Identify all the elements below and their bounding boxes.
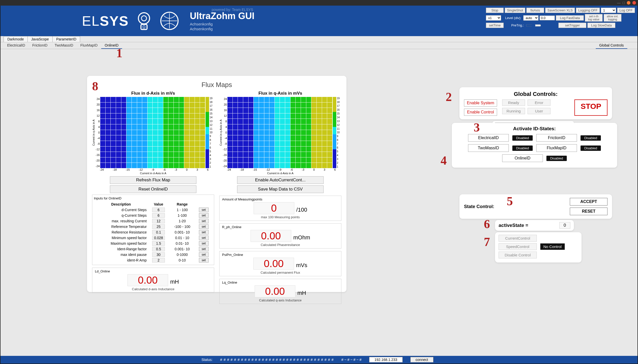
tab-frictionid[interactable]: FrictionID	[29, 42, 51, 49]
flux-d-subtitle: Flux in d-Axis in mVs	[92, 91, 214, 96]
flux-d-colorbar	[206, 97, 209, 168]
flux-q-heatmap	[227, 97, 332, 168]
log-fastdata-button[interactable]: Log FastData	[556, 15, 584, 21]
allow-ext-logging-button[interactable]: allow ext. logging	[604, 14, 621, 22]
flux-q-xaxis: -24-18-15-12-9-6-3036	[219, 168, 341, 171]
status-tilde: # ~ # ~ # ~ #	[341, 358, 361, 362]
set-button[interactable]: set	[199, 236, 209, 240]
control-mode-badge: No Control	[540, 243, 565, 250]
status-user: User	[528, 108, 550, 114]
window-close-icon[interactable]	[632, 1, 636, 5]
log-slowdata-button[interactable]: Log SlowData	[587, 23, 615, 28]
pretrig-label: PreTrig.:	[505, 23, 524, 27]
annotation-3: 3	[474, 120, 480, 134]
flux-q-xlabel: Current in d-Axis in A	[219, 172, 341, 175]
annotation-5: 5	[507, 194, 513, 208]
psi-readout: PsiPm_Online 0.00mVs Calculated permanen…	[219, 251, 341, 276]
tab-electricalid[interactable]: ElectricalID	[4, 42, 29, 49]
annotation-7: 7	[484, 235, 490, 249]
annotation-4: 4	[441, 153, 447, 167]
enable-system-button[interactable]: Enable System	[464, 99, 497, 107]
set-button[interactable]: set	[199, 219, 209, 223]
level-mode-select[interactable]: auto	[523, 15, 539, 21]
stop-button[interactable]: Stop	[486, 8, 504, 13]
annotation-2: 2	[446, 90, 452, 104]
activate-button[interactable]: TwoMassID	[468, 144, 509, 152]
tab-twomassid[interactable]: TwoMassID	[51, 42, 77, 49]
current-control-button[interactable]: CurrentControl	[499, 235, 537, 242]
flux-d-xlabel: Current in d-Axis in A	[92, 172, 214, 175]
set-button[interactable]: set	[199, 241, 209, 246]
tab-javascope[interactable]: JavaScope	[27, 36, 53, 42]
ld-readout: Ld_Online 0.00mH Calculated d-axis Induc…	[92, 268, 214, 293]
powered-by-text: powered by: Team ELSYS	[212, 8, 253, 12]
set-nth-button[interactable]: set n-th log value	[585, 14, 603, 22]
set-button[interactable]: set	[199, 252, 209, 257]
reset-onlineid-button[interactable]: Reset OnlineID	[110, 185, 196, 193]
window-maximize-icon[interactable]: □	[623, 1, 625, 5]
savescreen-button[interactable]: SaveScreen XLS	[545, 8, 575, 13]
scale-select[interactable]: x1	[486, 15, 501, 21]
svg-text:Ω: Ω	[142, 25, 146, 29]
speed-control-button[interactable]: SpeedControl	[499, 243, 537, 250]
set-trigger-button[interactable]: setTrigger	[558, 23, 586, 28]
stop-button-large[interactable]: STOP	[574, 99, 607, 116]
log-num-select[interactable]: 1	[601, 8, 616, 13]
refresh-flux-map-button[interactable]: Refresh Flux Map	[110, 176, 196, 184]
activate-button[interactable]: FrictionID	[536, 134, 577, 142]
window-restore-icon[interactable]	[627, 1, 630, 5]
disable-control-button[interactable]: Disable Control	[499, 252, 537, 258]
annotation-1: 1	[116, 46, 122, 60]
inputs-onlineid-box: Inputs for OnlineID DescriptionValueRang…	[92, 195, 214, 265]
tab-fluxmapid[interactable]: FluxMapID	[77, 42, 101, 49]
primary-tabs: Darkmode JavaScope ParameterID	[1, 36, 637, 42]
tab-parameterid[interactable]: ParameterID	[52, 36, 80, 42]
save-csv-button[interactable]: Save Map Data to CSV	[237, 185, 324, 193]
active-state-label: activeState =	[499, 223, 528, 228]
flux-q-ylabel: Current in q-Axis in A	[219, 97, 222, 168]
enable-control-button[interactable]: Enable Control	[464, 109, 497, 116]
activate-button[interactable]: ElectricalID	[468, 134, 509, 142]
tab-darkmode[interactable]: Darkmode	[4, 36, 28, 42]
logo-text: ELSYS	[82, 13, 129, 29]
set-button[interactable]: set	[199, 230, 209, 235]
toolbar: Stop SingleShot fixAxis SaveScreen XLS L…	[486, 8, 635, 28]
singleshot-button[interactable]: SingleShot	[505, 8, 525, 13]
set-button[interactable]: set	[199, 224, 209, 229]
app-title: UltraZohm GUI	[190, 11, 254, 21]
log-off-button[interactable]: Log OFF	[617, 8, 635, 13]
logo-globe-icon	[159, 11, 180, 31]
rph-readout: R_ph_Online 0.00mOhm Calculated Phaseres…	[219, 223, 341, 249]
settime-button[interactable]: setTime	[486, 23, 504, 28]
window-minimize-icon[interactable]: —	[617, 1, 621, 5]
level-value-input[interactable]	[540, 16, 555, 20]
set-button[interactable]: set	[199, 247, 209, 251]
status-running: Running	[502, 108, 525, 114]
enable-autocurrent-button[interactable]: Enable AutoCurrentCont...	[237, 176, 324, 184]
set-button[interactable]: set	[199, 213, 209, 218]
app-subtitle-1: Achsenkonfig	[190, 22, 254, 26]
set-button[interactable]: set	[199, 258, 209, 263]
set-button[interactable]: set	[199, 208, 209, 212]
reset-button[interactable]: RESET	[570, 208, 607, 215]
state-control-label: State Control:	[464, 204, 570, 209]
activate-button[interactable]: OnlineID	[502, 154, 543, 162]
app-header: ELSYS Ω UltraZohm GUI Achsenkonfig Achse…	[1, 6, 637, 36]
flux-d-yaxis: 24201612840-4-8-12-16-20-24	[95, 97, 100, 168]
meas-readout: Amount of Measuringpoints 0/100 max 100 …	[219, 196, 341, 221]
fixaxis-button[interactable]: fixAxis	[526, 8, 544, 13]
logging-off-button[interactable]: Logging OFF	[576, 8, 600, 13]
flux-d-colorbar-ticks: 19181716151413121110987654321	[210, 97, 214, 168]
tab-global-controls[interactable]: Global Controls	[596, 42, 628, 49]
activate-button[interactable]: FluxMapID	[536, 144, 577, 152]
level-div-label: Level (div):	[502, 16, 521, 20]
status-label: Status:	[201, 358, 213, 362]
flux-q-yaxis: 24201612840-4-8-12-16-20-24	[222, 97, 227, 168]
flux-q-colorbar	[333, 97, 336, 168]
footer-bar: Status: # # # # # # # # # # # # # # # # …	[1, 356, 637, 363]
accept-button[interactable]: ACCEPT	[570, 198, 607, 206]
ip-address-field[interactable]: 192.168.1.233	[369, 357, 403, 362]
flux-q-colorbar-ticks: 19181716151413121110987654321	[337, 97, 341, 168]
pretrig-slider[interactable]	[526, 23, 541, 27]
connect-button[interactable]: connect	[410, 357, 433, 362]
